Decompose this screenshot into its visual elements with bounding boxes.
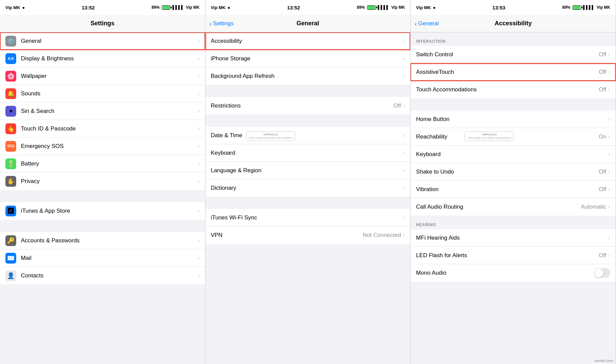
nav-bar-3: ‹ General Accessibility [411,15,616,32]
acc-item-vibration[interactable]: Vibration Off › [411,181,616,198]
sounds-chevron: › [198,90,200,97]
itunes-label: iTunes & App Store [21,208,198,214]
reachability-chevron: › [608,133,610,140]
settings-item-touchid[interactable]: 👆 Touch ID & Passcode › [0,120,205,138]
other-acc-section: Home Button › Reachability On › Keyboard… [411,111,616,216]
settings-item-siri[interactable]: ✦ Siri & Search › [0,102,205,120]
carrier-1: Vip MK [5,5,20,10]
sounds-icon: 🔔 [5,88,16,99]
general-item-itunes-sync[interactable]: iTunes Wi-Fi Sync › [205,209,411,226]
settings-item-general[interactable]: ⚙️ General › [0,32,205,50]
general-chevron: › [198,38,200,44]
switch-control-label: Switch Control [416,51,599,58]
general-item-keyboard[interactable]: Keyboard › [205,144,411,162]
restrictions-label: Restrictions [211,102,394,109]
accessibility-chevron: › [403,38,405,44]
accounts-icon: 🔑 [5,235,16,246]
acc-keyboard-label: Keyboard [416,151,608,158]
general-icon: ⚙️ [5,36,16,47]
language-chevron: › [403,167,405,174]
contacts-label: Contacts [21,272,198,279]
nav-back-2[interactable]: ‹ Settings [209,20,234,27]
gen-sep2 [205,115,411,127]
status-left-3: Vip MK ● [416,5,436,10]
acc-item-keyboard[interactable]: Keyboard › [411,146,616,163]
acc-item-call-audio[interactable]: Call Audio Routing Automatic › [411,198,616,216]
settings-item-accounts[interactable]: 🔑 Accounts & Passwords › [0,232,205,249]
restrictions-chevron: › [403,102,405,109]
led-flash-chevron: › [608,252,610,259]
settings-item-sounds[interactable]: 🔔 Sounds › [0,85,205,102]
dictionary-chevron: › [403,185,405,191]
acc-sep1 [411,98,616,111]
acc-item-assistive-touch[interactable]: AssistiveTouch Off › [411,63,616,81]
settings-item-mail[interactable]: ✉️ Mail › [0,249,205,267]
general-item-language[interactable]: Language & Region › [205,162,411,179]
settings-item-contacts[interactable]: 👤 Contacts › [0,267,205,284]
carrier-right-1: Vip MK [186,5,199,10]
display-label: Display & Brightness [21,55,198,62]
settings-item-battery[interactable]: 🔋 Battery › [0,155,205,173]
battery-pct-2: 89% [357,5,365,10]
acc-item-switch-control[interactable]: Switch Control Off › [411,46,616,63]
time-3: 13:53 [493,5,505,10]
settings-item-itunes[interactable]: 🅰 iTunes & App Store › [0,202,205,220]
status-bar-3: Vip MK ● 13:53 89% ▌▌▌▌ Vip MK [411,0,616,15]
sounds-label: Sounds [21,90,198,97]
itunes-sync-chevron: › [403,214,405,221]
general-list: Accessibility › iPhone Storage › Backgro… [205,32,411,364]
acc-item-led-flash[interactable]: LED Flash for Alerts Off › [411,247,616,264]
sos-chevron: › [198,143,200,150]
settings-item-privacy[interactable]: ✋ Privacy › [0,173,205,190]
signal-2: ▌▌▌▌ [378,5,389,10]
siri-chevron: › [198,108,200,115]
acc-item-mono-audio[interactable]: Mono Audio [411,264,616,282]
acc-item-shake-undo[interactable]: Shake to Undo Off › [411,163,616,181]
status-left-1: Vip MK ● [5,5,25,10]
assistive-touch-chevron: › [608,69,610,75]
nav-back-3[interactable]: ‹ General [415,20,439,27]
settings-store-section: 🅰 iTunes & App Store › [0,202,205,220]
language-label: Language & Region [211,167,403,174]
general-item-bg-refresh[interactable]: Background App Refresh › [205,67,411,85]
acc-item-mfi-aids[interactable]: MFi Hearing Aids › [411,229,616,247]
general-item-restrictions[interactable]: Restrictions Off › [205,97,411,115]
accessibility-label: Accessibility [211,38,403,44]
wallpaper-icon: 🌸 [5,71,16,82]
general-item-iphone-storage[interactable]: iPhone Storage › [205,50,411,67]
battery-chevron: › [198,160,200,167]
battery-label: Battery [21,160,198,167]
status-bar-2: Vip MK ● 13:52 89% ▌▌▌▌ Vip MK [205,0,411,15]
iphone-storage-chevron: › [403,55,405,62]
hearing-section: MFi Hearing Aids › LED Flash for Alerts … [411,229,616,282]
general-item-datetime[interactable]: Date & Time › [205,127,411,144]
privacy-icon: ✋ [5,176,16,187]
general-item-vpn[interactable]: VPN Not Connected › [205,226,411,244]
acc-item-touch-accommodations[interactable]: Touch Accommodations Off › [411,81,616,98]
reachability-label: Reachability [416,133,598,140]
general-item-dictionary[interactable]: Dictionary › [205,179,411,197]
mono-audio-toggle[interactable] [594,268,610,278]
home-button-chevron: › [608,116,610,123]
settings-item-display[interactable]: AA Display & Brightness › [0,50,205,67]
touchid-icon: 👆 [5,123,16,134]
itunes-chevron: › [198,208,200,214]
general-item-accessibility[interactable]: Accessibility › [205,32,411,50]
display-chevron: › [198,55,200,62]
accounts-label: Accounts & Passwords [21,237,198,244]
watermark-footer: wsxdn.com [595,359,613,363]
signal-3: ▌▌▌▌ [583,5,595,10]
settings-item-sos[interactable]: SOS Emergency SOS › [0,138,205,155]
call-audio-chevron: › [608,204,610,210]
general-restrictions-section: Restrictions Off › [205,97,411,115]
acc-item-reachability[interactable]: Reachability On › [411,128,616,146]
time-2: 13:52 [287,5,300,10]
settings-item-wallpaper[interactable]: 🌸 Wallpaper › [0,67,205,85]
acc-item-home-button[interactable]: Home Button › [411,111,616,128]
siri-label: Siri & Search [21,108,198,115]
reachability-value: On [599,133,607,140]
battery-icon: 🔋 [5,158,16,169]
datetime-label: Date & Time [211,132,403,139]
touch-acc-label: Touch Accommodations [416,86,599,93]
status-right-2: 89% ▌▌▌▌ Vip MK [357,5,405,10]
